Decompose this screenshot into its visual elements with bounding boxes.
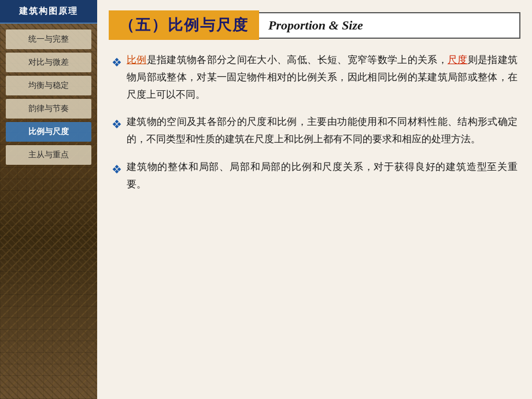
sidebar-item-proportion[interactable]: 比例与尺度 (6, 122, 91, 142)
highlight-scale: 尺度 (448, 54, 468, 65)
bullet-text-1: 比例是指建筑物各部分之间在大小、高低、长短、宽窄等数学上的关系，尺度则是指建筑物… (127, 51, 518, 103)
bullet-text-2: 建筑物的空间及其各部分的尺度和比例，主要由功能使用和不同材料性能、结构形式确定的… (127, 113, 518, 148)
sidebar-title: 建筑构图原理 (19, 6, 78, 16)
bullet-2: ❖ 建筑物的空间及其各部分的尺度和比例，主要由功能使用和不同材料性能、结构形式确… (112, 113, 518, 148)
highlight-proportion: 比例 (127, 54, 147, 65)
title-chinese: （五）比例与尺度 (109, 10, 259, 40)
sidebar-nav: 统一与完整 对比与微差 均衡与稳定 韵律与节奏 比例与尺度 主从与重点 (0, 29, 97, 165)
content-area: ❖ 比例是指建筑物各部分之间在大小、高低、长短、宽窄等数学上的关系，尺度则是指建… (97, 40, 532, 399)
main-content: （五）比例与尺度 Proportion & Size ❖ 比例是指建筑物各部分之… (97, 0, 532, 399)
sidebar-header: 建筑构图原理 (0, 0, 97, 24)
bullet1-main: 是指建筑物各部分之间在大小、高低、长短、宽窄等数学上的关系， (147, 54, 448, 65)
bullet-text-3: 建筑物的整体和局部、局部和局部的比例和尺度关系，对于获得良好的建筑造型至关重要。 (127, 158, 518, 193)
title-bar: （五）比例与尺度 Proportion & Size (109, 10, 520, 40)
sidebar-item-balance[interactable]: 均衡与稳定 (6, 76, 91, 95)
bullet-1: ❖ 比例是指建筑物各部分之间在大小、高低、长短、宽窄等数学上的关系，尺度则是指建… (112, 51, 518, 103)
bullet-diamond-2: ❖ (112, 114, 122, 134)
bullet-diamond-1: ❖ (112, 53, 122, 72)
sidebar: 建筑构图原理 统一与完整 对比与微差 均衡与稳定 韵律与节奏 比例与尺度 主从与… (0, 0, 97, 399)
sidebar-item-dominant[interactable]: 主从与重点 (6, 145, 91, 165)
sidebar-item-unity[interactable]: 统一与完整 (6, 29, 91, 49)
title-english: Proportion & Size (259, 12, 520, 39)
bullet-3: ❖ 建筑物的整体和局部、局部和局部的比例和尺度关系，对于获得良好的建筑造型至关重… (112, 158, 518, 193)
sidebar-item-contrast[interactable]: 对比与微差 (6, 53, 91, 72)
bullet-diamond-3: ❖ (112, 160, 122, 179)
sidebar-item-rhythm[interactable]: 韵律与节奏 (6, 99, 91, 119)
